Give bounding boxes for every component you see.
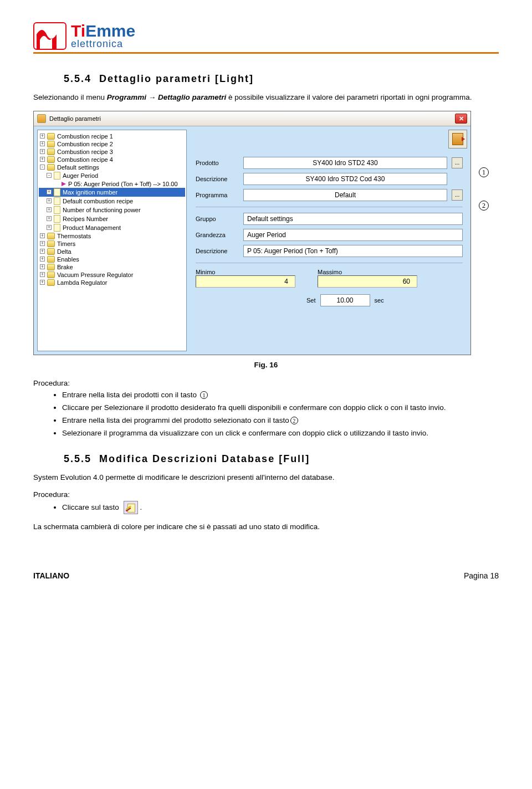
expand-icon[interactable]: +: [40, 134, 45, 139]
folder-icon: [47, 233, 55, 239]
tree-item[interactable]: +Thermostats: [39, 232, 185, 240]
label-massimo: Massimo: [318, 269, 417, 275]
procedure-item-1: Entrare nella lista dei prodotti con il …: [62, 390, 499, 401]
arrow-icon: [62, 182, 66, 186]
tree-item[interactable]: -Default settings: [39, 163, 185, 171]
tree-item-label: Combustion recipe 3: [57, 148, 113, 155]
tree-item[interactable]: +Brake: [39, 263, 185, 271]
callout-marker-2: 2: [479, 201, 489, 211]
expand-icon[interactable]: +: [40, 280, 45, 285]
tree-item[interactable]: -Auger Period: [39, 171, 185, 180]
circled-1-icon: 1: [200, 391, 208, 399]
circled-2-icon: 2: [290, 417, 298, 424]
logo: TiEmme elettronica: [33, 22, 499, 50]
expand-icon[interactable]: +: [40, 157, 45, 162]
logo-subtext: elettronica: [71, 39, 135, 49]
tree-item[interactable]: +Lambda Regulator: [39, 279, 185, 286]
header-rule: [33, 52, 499, 54]
tree-item-label: Thermostats: [57, 233, 91, 239]
expand-icon[interactable]: +: [40, 149, 45, 154]
tree-item-label: Vacuum Pressure Regulator: [57, 271, 133, 278]
footer-right: Pagina 18: [464, 571, 499, 580]
expand-icon[interactable]: +: [40, 264, 45, 269]
tree-item[interactable]: +Vacuum Pressure Regulator: [39, 271, 185, 279]
tree-item-label: Max ignition number: [63, 189, 117, 196]
exit-button[interactable]: [448, 130, 467, 148]
procedure-list: Entrare nella lista dei prodotti con il …: [62, 390, 499, 439]
expand-icon[interactable]: +: [47, 225, 52, 230]
folder-icon: [47, 164, 55, 171]
tree-item[interactable]: +Enables: [39, 255, 185, 263]
field-programma: Default: [243, 189, 447, 201]
section2-proc-list: Cliccare sul tasto .: [62, 501, 499, 514]
tree-item[interactable]: P 05: Auger Period (Ton + Toff) --> 10.0…: [39, 180, 185, 188]
folder-icon: [47, 248, 55, 255]
section-intro: Selezionando il menu Programmi → Dettagl…: [33, 93, 499, 103]
expand-icon[interactable]: +: [40, 249, 45, 254]
tree-item[interactable]: +Product Management: [39, 223, 185, 232]
procedure-item-4: Selezionare il programma da visualizzare…: [62, 428, 499, 439]
tree-item[interactable]: +Combustion recipe 4: [39, 156, 185, 163]
folder-icon: [47, 156, 55, 163]
expand-icon[interactable]: +: [40, 233, 45, 238]
field-gruppo: Default settings: [243, 213, 463, 225]
tree-item[interactable]: +Combustion recipe 1: [39, 132, 185, 140]
expand-icon[interactable]: +: [47, 189, 52, 194]
expand-icon[interactable]: +: [40, 241, 45, 246]
tree-item[interactable]: +Default combustion recipe: [39, 197, 185, 206]
tree-item-label: Combustion recipe 4: [57, 156, 113, 163]
folder-icon: [47, 279, 55, 286]
tree-item-label: Lambda Regulator: [57, 279, 108, 286]
tree-item-label: Default combustion recipe: [63, 198, 133, 204]
tree-view[interactable]: +Combustion recipe 1+Combustion recipe 2…: [37, 130, 187, 351]
detail-form: Prodotto SY400 Idro STD2 430 ... Descriz…: [191, 130, 467, 351]
folder-icon: [47, 240, 55, 247]
tree-item[interactable]: +Number of functioning power: [39, 206, 185, 214]
note-icon: [54, 215, 60, 223]
expand-icon[interactable]: +: [47, 198, 52, 203]
field-descrizione2: P 05: Auger Period (Ton + Toff): [243, 245, 463, 257]
folder-icon: [47, 133, 55, 140]
section-heading-554: 5.5.4 Dettaglio parametri [Light]: [64, 73, 499, 85]
page-footer: ITALIANO Pagina 18: [33, 571, 499, 580]
browse-programma-button[interactable]: ...: [452, 189, 463, 201]
tree-item-label: Enables: [57, 256, 79, 263]
expand-icon[interactable]: +: [40, 272, 45, 277]
footer-left: ITALIANO: [33, 571, 69, 580]
tree-item[interactable]: +Timers: [39, 240, 185, 248]
browse-prodotto-button[interactable]: ...: [452, 157, 463, 168]
label-programma: Programma: [196, 192, 239, 198]
label-descrizione: Descrizione: [196, 176, 239, 182]
label-prodotto: Prodotto: [196, 160, 239, 166]
close-icon[interactable]: ✕: [455, 114, 467, 124]
folder-icon: [47, 148, 55, 155]
figure-caption: Fig. 16: [33, 361, 499, 369]
folder-icon: [47, 271, 55, 278]
expand-icon[interactable]: -: [47, 173, 52, 178]
tree-item[interactable]: +Max ignition number: [39, 188, 185, 197]
expand-icon[interactable]: +: [40, 141, 45, 146]
tree-item-label: P 05: Auger Period (Ton + Toff) --> 10.0…: [68, 181, 178, 187]
note-icon: [54, 172, 60, 180]
expand-icon[interactable]: +: [40, 257, 45, 262]
tree-item[interactable]: +Delta: [39, 248, 185, 255]
folder-icon: [47, 264, 55, 270]
tree-item[interactable]: +Combustion recipe 2: [39, 140, 185, 148]
tree-item[interactable]: +Recipes Number: [39, 214, 185, 223]
note-icon: [54, 197, 60, 205]
expand-icon[interactable]: +: [47, 216, 52, 221]
window-icon: [37, 114, 46, 123]
label-descrizione2: Descrizione: [196, 248, 239, 254]
expand-icon[interactable]: -: [40, 165, 45, 170]
expand-icon[interactable]: +: [47, 207, 52, 212]
tree-item-label: Auger Period: [63, 172, 98, 179]
note-icon: [54, 224, 60, 232]
procedure-heading: Procedura:: [33, 379, 499, 387]
note-icon: [54, 206, 60, 214]
window-title: Dettaglio parametri: [49, 115, 101, 122]
tree-item[interactable]: +Combustion recipe 3: [39, 148, 185, 156]
procedure-item-3: Entrare nella lista dei programmi del pr…: [62, 415, 499, 427]
tree-item-label: Product Management: [63, 224, 121, 231]
label-minimo: Minimo: [196, 269, 295, 275]
section2-proc-item: Cliccare sul tasto .: [62, 501, 499, 514]
